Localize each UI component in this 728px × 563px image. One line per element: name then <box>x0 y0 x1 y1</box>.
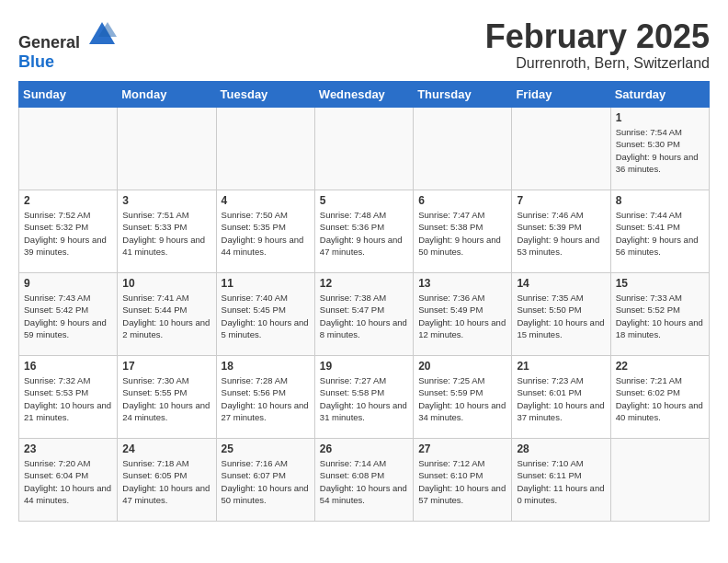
day-number: 11 <box>222 277 310 290</box>
calendar-cell: 14Sunrise: 7:35 AM Sunset: 5:50 PM Dayli… <box>512 273 610 356</box>
calendar-cell: 19Sunrise: 7:27 AM Sunset: 5:58 PM Dayli… <box>314 356 413 439</box>
calendar-cell: 26Sunrise: 7:14 AM Sunset: 6:08 PM Dayli… <box>314 439 413 522</box>
day-number: 15 <box>616 277 704 290</box>
day-info: Sunrise: 7:32 AM Sunset: 5:53 PM Dayligh… <box>24 374 112 423</box>
logo-icon <box>87 18 117 48</box>
calendar-cell: 25Sunrise: 7:16 AM Sunset: 6:07 PM Dayli… <box>216 439 314 522</box>
day-info: Sunrise: 7:36 AM Sunset: 5:49 PM Dayligh… <box>418 292 506 340</box>
calendar-cell: 9Sunrise: 7:43 AM Sunset: 5:42 PM Daylig… <box>19 273 118 356</box>
day-info: Sunrise: 7:33 AM Sunset: 5:52 PM Dayligh… <box>616 292 704 340</box>
calendar-cell: 6Sunrise: 7:47 AM Sunset: 5:38 PM Daylig… <box>414 190 512 273</box>
calendar-cell: 5Sunrise: 7:48 AM Sunset: 5:36 PM Daylig… <box>314 190 413 273</box>
day-header-friday: Friday <box>512 82 610 108</box>
day-number: 2 <box>24 194 112 207</box>
day-number: 21 <box>517 360 605 373</box>
calendar-cell: 20Sunrise: 7:25 AM Sunset: 5:59 PM Dayli… <box>414 356 512 439</box>
calendar-cell: 12Sunrise: 7:38 AM Sunset: 5:47 PM Dayli… <box>314 273 413 356</box>
calendar-cell <box>118 108 216 190</box>
calendar-cell: 2Sunrise: 7:52 AM Sunset: 5:32 PM Daylig… <box>19 190 118 273</box>
day-info: Sunrise: 7:28 AM Sunset: 5:56 PM Dayligh… <box>222 374 310 423</box>
calendar-cell: 4Sunrise: 7:50 AM Sunset: 5:35 PM Daylig… <box>216 190 314 273</box>
day-header-tuesday: Tuesday <box>216 82 314 108</box>
calendar-cell: 7Sunrise: 7:46 AM Sunset: 5:39 PM Daylig… <box>512 190 610 273</box>
day-info: Sunrise: 7:23 AM Sunset: 6:01 PM Dayligh… <box>517 374 605 423</box>
day-number: 17 <box>122 360 210 373</box>
day-info: Sunrise: 7:54 AM Sunset: 5:30 PM Dayligh… <box>616 126 704 175</box>
day-number: 10 <box>122 277 210 290</box>
week-row-4: 16Sunrise: 7:32 AM Sunset: 5:53 PM Dayli… <box>19 356 710 439</box>
calendar-cell: 23Sunrise: 7:20 AM Sunset: 6:04 PM Dayli… <box>19 439 118 522</box>
calendar-cell: 3Sunrise: 7:51 AM Sunset: 5:33 PM Daylig… <box>118 190 216 273</box>
day-header-sunday: Sunday <box>19 82 118 108</box>
day-header-wednesday: Wednesday <box>314 82 413 108</box>
day-info: Sunrise: 7:10 AM Sunset: 6:11 PM Dayligh… <box>517 457 605 506</box>
day-number: 13 <box>418 277 506 290</box>
day-number: 12 <box>320 277 408 290</box>
day-number: 24 <box>122 442 210 455</box>
calendar-header-row: SundayMondayTuesdayWednesdayThursdayFrid… <box>19 82 710 108</box>
calendar-cell <box>414 108 512 190</box>
day-number: 9 <box>24 277 112 290</box>
calendar-cell <box>314 108 413 190</box>
calendar-cell: 21Sunrise: 7:23 AM Sunset: 6:01 PM Dayli… <box>512 356 610 439</box>
day-number: 19 <box>320 360 408 373</box>
day-number: 23 <box>24 442 112 455</box>
day-info: Sunrise: 7:18 AM Sunset: 6:05 PM Dayligh… <box>122 457 210 506</box>
day-number: 20 <box>418 360 506 373</box>
week-row-3: 9Sunrise: 7:43 AM Sunset: 5:42 PM Daylig… <box>19 273 710 356</box>
day-header-thursday: Thursday <box>414 82 512 108</box>
day-info: Sunrise: 7:12 AM Sunset: 6:10 PM Dayligh… <box>418 457 506 506</box>
day-number: 8 <box>616 194 704 207</box>
calendar-cell: 11Sunrise: 7:40 AM Sunset: 5:45 PM Dayli… <box>216 273 314 356</box>
logo-text: General Blue <box>18 18 117 72</box>
calendar-cell: 10Sunrise: 7:41 AM Sunset: 5:44 PM Dayli… <box>118 273 216 356</box>
day-number: 22 <box>616 360 704 373</box>
calendar-title: February 2025 <box>485 18 710 55</box>
day-info: Sunrise: 7:16 AM Sunset: 6:07 PM Dayligh… <box>222 457 310 506</box>
logo: General Blue <box>18 18 117 72</box>
day-info: Sunrise: 7:40 AM Sunset: 5:45 PM Dayligh… <box>222 292 310 340</box>
calendar-cell: 27Sunrise: 7:12 AM Sunset: 6:10 PM Dayli… <box>414 439 512 522</box>
title-block: February 2025 Durrenroth, Bern, Switzerl… <box>485 18 710 72</box>
calendar-cell: 13Sunrise: 7:36 AM Sunset: 5:49 PM Dayli… <box>414 273 512 356</box>
calendar-cell: 18Sunrise: 7:28 AM Sunset: 5:56 PM Dayli… <box>216 356 314 439</box>
day-number: 16 <box>24 360 112 373</box>
day-header-monday: Monday <box>118 82 216 108</box>
day-info: Sunrise: 7:14 AM Sunset: 6:08 PM Dayligh… <box>320 457 408 506</box>
day-info: Sunrise: 7:51 AM Sunset: 5:33 PM Dayligh… <box>122 209 210 258</box>
day-number: 7 <box>517 194 605 207</box>
day-info: Sunrise: 7:41 AM Sunset: 5:44 PM Dayligh… <box>122 292 210 340</box>
calendar-cell <box>19 108 118 190</box>
calendar-cell: 24Sunrise: 7:18 AM Sunset: 6:05 PM Dayli… <box>118 439 216 522</box>
calendar-cell: 15Sunrise: 7:33 AM Sunset: 5:52 PM Dayli… <box>610 273 709 356</box>
day-info: Sunrise: 7:21 AM Sunset: 6:02 PM Dayligh… <box>616 374 704 423</box>
day-number: 6 <box>418 194 506 207</box>
calendar-cell <box>610 439 709 522</box>
week-row-5: 23Sunrise: 7:20 AM Sunset: 6:04 PM Dayli… <box>19 439 710 522</box>
day-number: 18 <box>222 360 310 373</box>
day-info: Sunrise: 7:27 AM Sunset: 5:58 PM Dayligh… <box>320 374 408 423</box>
calendar-cell <box>512 108 610 190</box>
day-number: 25 <box>222 442 310 455</box>
day-number: 14 <box>517 277 605 290</box>
day-info: Sunrise: 7:38 AM Sunset: 5:47 PM Dayligh… <box>320 292 408 340</box>
day-info: Sunrise: 7:47 AM Sunset: 5:38 PM Dayligh… <box>418 209 506 258</box>
day-info: Sunrise: 7:46 AM Sunset: 5:39 PM Dayligh… <box>517 209 605 258</box>
logo-general: General <box>18 33 80 52</box>
logo-blue: Blue <box>18 52 54 71</box>
calendar-cell: 8Sunrise: 7:44 AM Sunset: 5:41 PM Daylig… <box>610 190 709 273</box>
day-header-saturday: Saturday <box>610 82 709 108</box>
day-number: 1 <box>616 111 704 124</box>
day-info: Sunrise: 7:50 AM Sunset: 5:35 PM Dayligh… <box>222 209 310 258</box>
day-number: 28 <box>517 442 605 455</box>
day-info: Sunrise: 7:43 AM Sunset: 5:42 PM Dayligh… <box>24 292 112 340</box>
day-number: 27 <box>418 442 506 455</box>
day-info: Sunrise: 7:25 AM Sunset: 5:59 PM Dayligh… <box>418 374 506 423</box>
day-info: Sunrise: 7:52 AM Sunset: 5:32 PM Dayligh… <box>24 209 112 258</box>
day-number: 4 <box>222 194 310 207</box>
day-number: 3 <box>122 194 210 207</box>
day-info: Sunrise: 7:30 AM Sunset: 5:55 PM Dayligh… <box>122 374 210 423</box>
day-info: Sunrise: 7:48 AM Sunset: 5:36 PM Dayligh… <box>320 209 408 258</box>
day-info: Sunrise: 7:20 AM Sunset: 6:04 PM Dayligh… <box>24 457 112 506</box>
calendar-cell: 17Sunrise: 7:30 AM Sunset: 5:55 PM Dayli… <box>118 356 216 439</box>
